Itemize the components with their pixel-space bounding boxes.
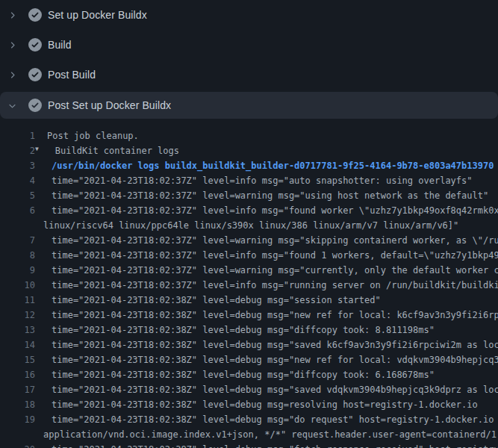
- step-row[interactable]: Set up Docker Buildx: [0, 0, 498, 30]
- log-line-number[interactable]: 17: [0, 382, 35, 397]
- log-line-text: BuildKit container logs: [55, 143, 179, 158]
- step-label: Set up Docker Buildx: [48, 9, 147, 21]
- log-line: 5 time="2021-04-23T18:02:37Z" level=warn…: [0, 188, 498, 203]
- log-line-text: time="2021-04-23T18:02:38Z" level=debug …: [52, 293, 381, 308]
- steps-list: Set up Docker Buildx Build Post Build Po…: [0, 0, 498, 119]
- log-line-text: time="2021-04-23T18:02:38Z" level=debug …: [52, 382, 498, 397]
- check-circle-icon: [28, 8, 42, 22]
- log-line-number[interactable]: 15: [0, 352, 35, 367]
- log-line-text: application/vnd.oci.image.index.v1+json,…: [43, 427, 498, 442]
- log-line: 9 time="2021-04-23T18:02:37Z" level=warn…: [0, 263, 498, 278]
- log-line-text: time="2021-04-23T18:02:37Z" level=warnin…: [52, 233, 498, 248]
- log-line-number[interactable]: 20: [0, 442, 35, 448]
- log-line: 18 time="2021-04-23T18:02:38Z" level=deb…: [0, 397, 498, 412]
- log-line-text: Post job cleanup.: [47, 128, 139, 143]
- group-collapse-triangle-icon[interactable]: ▼: [35, 142, 39, 157]
- log-line: 3 /usr/bin/docker logs buildx_buildkit_b…: [0, 158, 498, 173]
- log-line-text: time="2021-04-23T18:02:37Z" level=warnin…: [52, 263, 498, 278]
- log-line: 1 Post job cleanup.: [0, 128, 498, 143]
- log-line-number[interactable]: 9: [0, 263, 35, 278]
- log-line-text: time="2021-04-23T18:02:38Z" level=debug …: [52, 323, 435, 337]
- log-line-number[interactable]: 16: [0, 367, 35, 382]
- check-circle-icon: [28, 38, 42, 52]
- log-line: 16 time="2021-04-23T18:02:38Z" level=deb…: [0, 367, 498, 382]
- step-label: Build: [48, 39, 72, 51]
- log-line-text: /usr/bin/docker logs buildx_buildkit_bui…: [52, 158, 494, 173]
- log-line-text: time="2021-04-23T18:02:37Z" level=info m…: [52, 278, 498, 293]
- log-line-number[interactable]: 11: [0, 293, 35, 308]
- log-line-text: time="2021-04-23T18:02:38Z" level=debug …: [52, 442, 498, 448]
- log-line-text: time="2021-04-23T18:02:38Z" level=debug …: [52, 412, 498, 427]
- log-line-text: time="2021-04-23T18:02:38Z" level=debug …: [52, 337, 498, 352]
- log-line-number[interactable]: 4: [0, 173, 35, 188]
- check-circle-icon: [28, 99, 42, 112]
- log-line-text: time="2021-04-23T18:02:37Z" level=warnin…: [52, 188, 488, 203]
- chevron-right-icon[interactable]: [7, 40, 17, 50]
- log-line: 17 time="2021-04-23T18:02:38Z" level=deb…: [0, 382, 498, 397]
- log-line[interactable]: 2 ▼BuildKit container logs: [0, 143, 498, 158]
- log-line: 15 time="2021-04-23T18:02:38Z" level=deb…: [0, 352, 498, 367]
- log-line-number[interactable]: 14: [0, 337, 35, 352]
- log-line-text: time="2021-04-23T18:02:38Z" level=debug …: [52, 352, 498, 367]
- check-circle-icon: [28, 68, 42, 81]
- step-row[interactable]: Post Build: [0, 60, 498, 90]
- actions-log-viewer: Set up Docker Buildx Build Post Build Po…: [0, 0, 498, 448]
- log-line: 4 time="2021-04-23T18:02:37Z" level=info…: [0, 173, 498, 188]
- log-line: 8 time="2021-04-23T18:02:37Z" level=info…: [0, 248, 498, 263]
- log-line: 10 time="2021-04-23T18:02:37Z" level=inf…: [0, 278, 498, 293]
- log-line-number[interactable]: 1: [0, 128, 35, 143]
- log-line-text: time="2021-04-23T18:02:38Z" level=debug …: [52, 367, 435, 382]
- log-line-number[interactable]: 12: [0, 308, 35, 323]
- log-line: application/vnd.oci.image.index.v1+json,…: [0, 427, 498, 442]
- step-label: Post Set up Docker Buildx: [48, 99, 171, 111]
- log-line-text: time="2021-04-23T18:02:37Z" level=info m…: [52, 248, 498, 263]
- log-line-number[interactable]: [0, 218, 35, 233]
- log-line-number[interactable]: 19: [0, 412, 35, 427]
- log-line-number[interactable]: 18: [0, 397, 35, 412]
- log-line-text: time="2021-04-23T18:02:38Z" level=debug …: [52, 397, 478, 412]
- log-line-number[interactable]: [0, 427, 35, 442]
- log-line: 12 time="2021-04-23T18:02:38Z" level=deb…: [0, 308, 498, 323]
- log-line-number[interactable]: 6: [0, 203, 35, 218]
- chevron-right-icon[interactable]: [7, 10, 17, 20]
- chevron-down-icon[interactable]: [7, 100, 17, 111]
- log-line-text: time="2021-04-23T18:02:37Z" level=info m…: [52, 173, 473, 188]
- log-line-number[interactable]: 10: [0, 278, 35, 293]
- log-line-number[interactable]: 3: [0, 158, 35, 173]
- log-line-number[interactable]: 2: [0, 143, 35, 158]
- step-label: Post Build: [48, 69, 96, 81]
- log-line: 19 time="2021-04-23T18:02:38Z" level=deb…: [0, 412, 498, 427]
- log-line-number[interactable]: 8: [0, 248, 35, 263]
- log-line: 13 time="2021-04-23T18:02:38Z" level=deb…: [0, 323, 498, 337]
- log-panel: 1 Post job cleanup. 2 ▼BuildKit containe…: [0, 119, 498, 448]
- log-line-text: linux/riscv64 linux/ppc64le linux/s390x …: [43, 218, 458, 233]
- log-line: 6 time="2021-04-23T18:02:37Z" level=info…: [0, 203, 498, 218]
- log-line: 11 time="2021-04-23T18:02:38Z" level=deb…: [0, 293, 498, 308]
- log-line: 20 time="2021-04-23T18:02:38Z" level=deb…: [0, 442, 498, 448]
- log-line-text: time="2021-04-23T18:02:38Z" level=debug …: [52, 308, 498, 323]
- log-line-number[interactable]: 13: [0, 323, 35, 337]
- log-line: linux/riscv64 linux/ppc64le linux/s390x …: [0, 218, 498, 233]
- log-line: 7 time="2021-04-23T18:02:37Z" level=warn…: [0, 233, 498, 248]
- step-row[interactable]: Post Set up Docker Buildx: [0, 92, 498, 119]
- log-line: 14 time="2021-04-23T18:02:38Z" level=deb…: [0, 337, 498, 352]
- log-line-text: time="2021-04-23T18:02:37Z" level=info m…: [52, 203, 498, 218]
- log-line-number[interactable]: 7: [0, 233, 35, 248]
- chevron-right-icon[interactable]: [7, 69, 17, 80]
- step-row[interactable]: Build: [0, 30, 498, 60]
- log-line-number[interactable]: 5: [0, 188, 35, 203]
